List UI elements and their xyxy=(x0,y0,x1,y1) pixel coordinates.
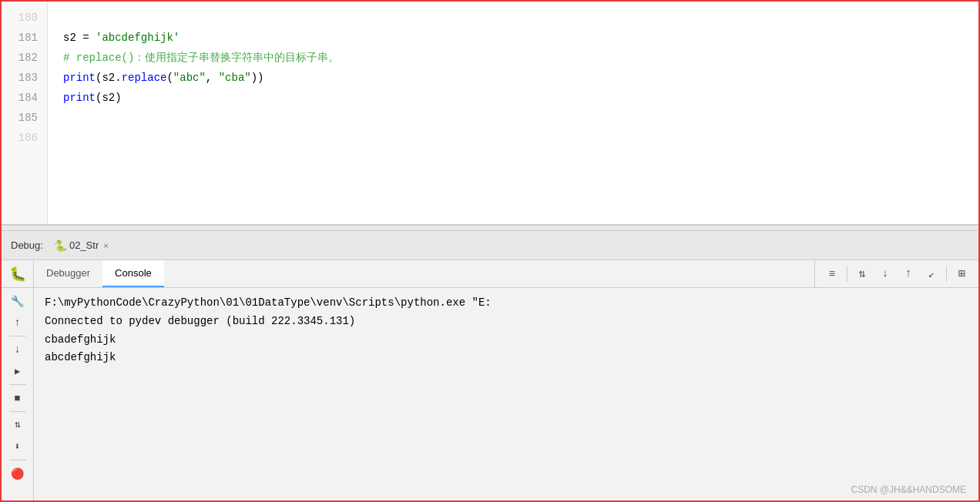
code-line-185 xyxy=(63,108,978,128)
editor-section: 180 181 182 183 184 185 186 s2 = 'abcdef… xyxy=(2,2,978,225)
sidebar-sep-1 xyxy=(9,336,26,336)
lines-icon: ≡ xyxy=(829,268,835,280)
toolbar-step-out-button[interactable]: ↑ xyxy=(898,263,919,285)
tab-console-label: Console xyxy=(115,267,152,279)
console-line-3: cbadefghijk xyxy=(45,331,972,350)
line-num-186: 186 xyxy=(2,128,47,148)
eval-icon: ↙ xyxy=(928,268,935,280)
console-line-2: Connected to pydev debugger (build 222.3… xyxy=(45,313,972,331)
toolbar-eval-button[interactable]: ↙ xyxy=(921,263,942,285)
line-num-183: 183 xyxy=(2,68,47,88)
toolbar-sep-1 xyxy=(847,266,847,282)
toolbar-sep-2 xyxy=(946,266,947,282)
line-num-185: 185 xyxy=(2,108,47,128)
wrench-icon: 🔧 xyxy=(11,295,24,308)
debug-header: Debug: 🐍 02_Str × xyxy=(2,231,978,260)
line-numbers: 180 181 182 183 184 185 186 xyxy=(2,2,48,224)
code-area[interactable]: s2 = 'abcdefghijk' # replace()：使用指定子串替换字… xyxy=(48,2,978,224)
download-icon: ⬇ xyxy=(15,440,21,453)
panel-separator xyxy=(2,225,978,231)
table-icon: ⊞ xyxy=(958,266,965,281)
debug-tab[interactable]: 🐍 02_Str × xyxy=(49,238,113,253)
resume-up-button[interactable]: ↑ xyxy=(6,313,29,333)
sidebar-sep-4 xyxy=(9,460,26,460)
resume-down-button[interactable]: ↓ xyxy=(6,340,29,360)
code-line-181: s2 = 'abcdefghijk' xyxy=(63,28,978,48)
redirect-icon: ⇄ xyxy=(11,422,23,428)
debug-tab-name: 02_Str xyxy=(69,239,99,251)
debug-panel: Debug: 🐍 02_Str × 🐛 Debugger Console ≡ ⇅ xyxy=(2,231,978,502)
console-output: F:\myPythonCode\CrazyPython\01\01DataTyp… xyxy=(34,288,978,502)
wrench-button[interactable]: 🔧 xyxy=(6,291,29,311)
red-circle-button[interactable]: 🔴 xyxy=(6,464,29,484)
redirect-button[interactable]: ⇄ xyxy=(6,415,29,435)
stop-icon: ■ xyxy=(15,393,21,404)
tabs-container: Debugger Console xyxy=(34,260,814,287)
resume-down-icon: ↓ xyxy=(14,343,20,356)
console-line-4: abcdefghijk xyxy=(45,349,972,367)
code-line-182: # replace()：使用指定子串替换字符串中的目标子串。 xyxy=(63,48,978,68)
play-button[interactable]: ▶ xyxy=(6,361,29,381)
toolbar-step-into-button[interactable]: ↓ xyxy=(874,263,896,285)
debug-label: Debug: xyxy=(11,239,43,251)
toolbar-lines-button[interactable]: ≡ xyxy=(821,263,843,285)
step-out-icon: ↑ xyxy=(904,267,911,280)
line-num-182: 182 xyxy=(2,48,47,68)
step-into-icon: ↓ xyxy=(881,267,888,280)
sidebar-sep-3 xyxy=(9,411,26,412)
tab-debugger[interactable]: Debugger xyxy=(34,260,102,287)
stop-button[interactable]: ■ xyxy=(6,388,29,408)
toolbar-table-button[interactable]: ⊞ xyxy=(951,263,972,285)
code-line-184: print(s2) xyxy=(63,88,978,108)
console-line-1: F:\myPythonCode\CrazyPython\01\01DataTyp… xyxy=(45,294,972,313)
watermark: CSDN @JH&&HANDSOME xyxy=(851,482,966,497)
line-num-181: 181 xyxy=(2,28,47,48)
code-line-183: print(s2.replace("abc", "cba")) xyxy=(63,68,978,88)
line-num-180: 180 xyxy=(2,8,47,28)
tab-debugger-label: Debugger xyxy=(46,267,90,279)
step-over-icon: ⇅ xyxy=(858,266,865,281)
toolbar-icons: ≡ ⇅ ↓ ↑ ↙ ⊞ xyxy=(814,260,978,287)
code-line-186 xyxy=(63,128,978,148)
debug-sidebar: 🔧 ↑ ↓ ▶ ■ ⇄ ⬇ 🔴 xyxy=(2,288,34,502)
tabs-row: 🐛 Debugger Console ≡ ⇅ ↓ ↑ xyxy=(2,260,978,288)
sidebar-sep-2 xyxy=(9,384,26,385)
line-num-184: 184 xyxy=(2,88,47,108)
python-icon: 🐍 xyxy=(54,239,66,252)
red-circle-icon: 🔴 xyxy=(11,467,24,480)
toolbar-step-over-button[interactable]: ⇅ xyxy=(851,263,873,285)
code-line-180 xyxy=(63,8,978,28)
resume-up-icon: ↑ xyxy=(14,316,20,329)
debug-main: 🔧 ↑ ↓ ▶ ■ ⇄ ⬇ 🔴 xyxy=(2,288,978,502)
download-button[interactable]: ⬇ xyxy=(6,437,29,457)
bug-icon: 🐛 xyxy=(9,266,26,283)
bug-icon-container: 🐛 xyxy=(2,260,34,287)
tab-console[interactable]: Console xyxy=(102,260,164,287)
play-icon: ▶ xyxy=(15,366,20,377)
close-tab-button[interactable]: × xyxy=(103,241,108,250)
